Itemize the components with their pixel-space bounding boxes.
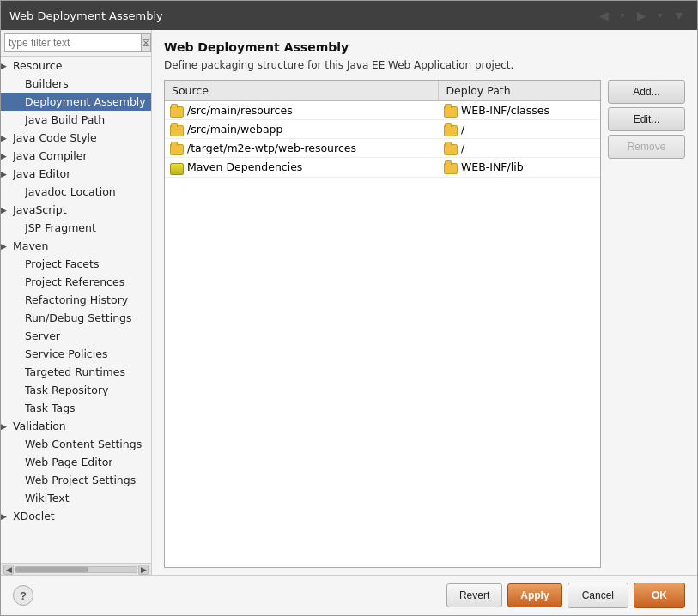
sidebar-item-deployment-assembly[interactable]: Deployment Assembly <box>1 93 151 111</box>
sidebar-item-server[interactable]: Server <box>1 327 151 345</box>
table-row[interactable]: /src/main/webapp/ <box>165 120 600 139</box>
expand-arrow-icon: ▶ <box>1 170 13 178</box>
sidebar-item-label: Project Facets <box>25 257 99 270</box>
help-button[interactable]: ? <box>13 585 33 606</box>
ok-button[interactable]: OK <box>634 583 685 608</box>
nav-scrollbar: ◀ ▶ <box>1 563 151 575</box>
back-dropdown[interactable]: ▼ <box>616 6 628 25</box>
assembly-table-container: Source Deploy Path /src/main/resourcesWE… <box>164 80 601 568</box>
sidebar-item-resource[interactable]: ▶Resource <box>1 57 151 75</box>
filter-bar: ☒ <box>1 30 151 57</box>
table-row[interactable]: /target/m2e-wtp/web-resources/ <box>165 139 600 158</box>
dialog-title: Web Deployment Assembly <box>9 9 163 22</box>
sidebar-item-run-debug-settings[interactable]: Run/Debug Settings <box>1 309 151 327</box>
sidebar-item-label: Task Repository <box>25 383 108 396</box>
sidebar-item-web-project-settings[interactable]: Web Project Settings <box>1 471 151 489</box>
sidebar-item-refactoring-history[interactable]: Refactoring History <box>1 291 151 309</box>
scroll-right-button[interactable]: ▶ <box>138 565 149 575</box>
apply-button[interactable]: Apply <box>507 583 561 607</box>
expand-arrow-icon: ▶ <box>1 512 13 521</box>
sidebar-item-label: Server <box>25 329 60 342</box>
left-panel: ☒ ▶ResourceBuildersDeployment AssemblyJa… <box>1 30 152 575</box>
sidebar-item-label: WikiText <box>25 492 70 504</box>
source-cell: /src/main/resources <box>165 101 439 120</box>
table-row[interactable]: /src/main/resourcesWEB-INF/classes <box>165 101 600 120</box>
add-button[interactable]: Add... <box>608 80 685 104</box>
sidebar-item-label: XDoclet <box>13 510 55 522</box>
scroll-track[interactable] <box>15 566 137 573</box>
side-buttons: Add... Edit... Remove <box>608 80 685 568</box>
sidebar-item-web-page-editor[interactable]: Web Page Editor <box>1 453 151 471</box>
sidebar-item-wikitext[interactable]: WikiText <box>1 489 151 507</box>
forward-dropdown[interactable]: ▼ <box>654 6 666 25</box>
sidebar-item-label: Javadoc Location <box>25 185 116 198</box>
bottom-right: Revert Apply Cancel OK <box>446 583 685 608</box>
revert-button[interactable]: Revert <box>446 583 502 607</box>
sidebar-item-label: Refactoring History <box>25 293 128 306</box>
sidebar-item-javascript[interactable]: ▶JavaScript <box>1 201 151 219</box>
folder-icon <box>444 144 458 155</box>
expand-arrow-icon: ▶ <box>1 62 13 70</box>
title-controls: ◀ ▼ ▶ ▼ ▼ <box>594 6 689 25</box>
dialog: Web Deployment Assembly ◀ ▼ ▶ ▼ ▼ ☒ ▶Res… <box>0 0 698 616</box>
sidebar-item-label: Java Compiler <box>13 149 88 162</box>
sidebar-item-project-facets[interactable]: Project Facets <box>1 255 151 273</box>
sidebar-item-javadoc-location[interactable]: Javadoc Location <box>1 183 151 201</box>
sidebar-item-task-tags[interactable]: Task Tags <box>1 399 151 417</box>
sidebar-item-label: Maven <box>13 239 48 252</box>
folder-icon <box>444 125 458 136</box>
scroll-thumb <box>15 567 88 572</box>
sidebar-item-label: Web Content Settings <box>25 438 142 450</box>
sidebar-item-java-editor[interactable]: ▶Java Editor <box>1 165 151 183</box>
deploy-path-cell: / <box>439 139 600 158</box>
scroll-left-button[interactable]: ◀ <box>3 565 14 575</box>
sidebar-item-xdoclet[interactable]: ▶XDoclet <box>1 507 151 525</box>
folder-icon <box>170 144 184 155</box>
deploy-path-cell: WEB-INF/lib <box>439 158 600 178</box>
sidebar-item-maven[interactable]: ▶Maven <box>1 237 151 255</box>
sidebar-item-label: JavaScript <box>13 203 67 216</box>
sidebar-item-jsp-fragment[interactable]: JSP Fragment <box>1 219 151 237</box>
bottom-left: ? <box>13 585 33 606</box>
col-deploy-path: Deploy Path <box>439 81 600 101</box>
folder-icon <box>170 125 184 136</box>
sidebar-item-label: Task Tags <box>25 402 76 414</box>
expand-arrow-icon: ▶ <box>1 134 13 142</box>
menu-button[interactable]: ▼ <box>670 6 689 25</box>
sidebar-item-service-policies[interactable]: Service Policies <box>1 345 151 363</box>
sidebar-item-validation[interactable]: ▶Validation <box>1 417 151 435</box>
sidebar-item-label: Run/Debug Settings <box>25 311 132 324</box>
filter-clear-button[interactable]: ☒ <box>142 33 151 52</box>
forward-button[interactable]: ▶ <box>632 6 651 25</box>
assembly-table: Source Deploy Path /src/main/resourcesWE… <box>165 81 600 178</box>
sidebar-item-java-code-style[interactable]: ▶Java Code Style <box>1 129 151 147</box>
sidebar-item-web-content-settings[interactable]: Web Content Settings <box>1 435 151 453</box>
sidebar-item-label: Validation <box>13 420 66 432</box>
sidebar-item-label: Resource <box>13 59 62 72</box>
expand-arrow-icon: ▶ <box>1 206 13 214</box>
filter-input[interactable] <box>4 33 142 52</box>
dialog-body: ☒ ▶ResourceBuildersDeployment AssemblyJa… <box>1 30 697 575</box>
sidebar-item-label: Project References <box>25 275 124 288</box>
edit-button[interactable]: Edit... <box>608 107 685 131</box>
source-cell: /target/m2e-wtp/web-resources <box>165 139 439 158</box>
sidebar-item-java-compiler[interactable]: ▶Java Compiler <box>1 147 151 165</box>
sidebar-item-task-repository[interactable]: Task Repository <box>1 381 151 399</box>
panel-title: Web Deployment Assembly <box>164 40 685 54</box>
bottom-bar: ? Revert Apply Cancel OK <box>1 575 697 615</box>
panel-description: Define packaging structure for this Java… <box>164 59 685 71</box>
nav-list: ▶ResourceBuildersDeployment AssemblyJava… <box>1 57 151 563</box>
table-header-row: Source Deploy Path <box>165 81 600 101</box>
cancel-button[interactable]: Cancel <box>568 583 628 608</box>
sidebar-item-targeted-runtimes[interactable]: Targeted Runtimes <box>1 363 151 381</box>
sidebar-item-project-references[interactable]: Project References <box>1 273 151 291</box>
sidebar-item-label: Builders <box>25 77 69 90</box>
remove-button[interactable]: Remove <box>608 135 685 159</box>
sidebar-item-label: Java Editor <box>13 167 70 180</box>
sidebar-item-builders[interactable]: Builders <box>1 75 151 93</box>
table-row[interactable]: Maven DependenciesWEB-INF/lib <box>165 158 600 178</box>
sidebar-item-java-build-path[interactable]: Java Build Path <box>1 111 151 129</box>
expand-arrow-icon: ▶ <box>1 242 13 251</box>
sidebar-item-label: Service Policies <box>25 347 107 360</box>
back-button[interactable]: ◀ <box>594 6 613 25</box>
